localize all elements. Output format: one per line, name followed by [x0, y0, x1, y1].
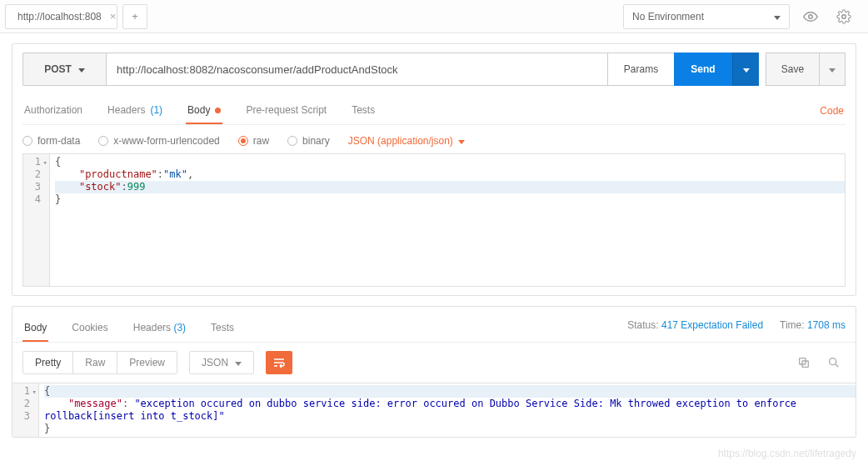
chevron-down-icon [235, 357, 242, 368]
gear-icon[interactable] [831, 4, 856, 29]
request-subtabs: Authorization Headers (1) Body Pre-reque… [22, 98, 846, 125]
close-icon[interactable]: × [110, 10, 117, 23]
method-dropdown[interactable]: POST [22, 53, 106, 86]
radio-raw[interactable]: raw [238, 135, 269, 147]
headers-count: (3) [173, 322, 186, 333]
response-toolbar: Pretty Raw Preview JSON [12, 343, 856, 383]
response-tabs: Body Cookies Headers (3) Tests Status: 4… [12, 307, 856, 343]
chevron-down-icon [774, 11, 781, 23]
svg-point-0 [809, 14, 813, 18]
eye-icon[interactable] [798, 4, 823, 29]
resp-tab-tests[interactable]: Tests [209, 315, 236, 342]
response-status: Status: 417 Expectation Failed Time: 170… [627, 319, 846, 338]
code-lines: { "productname":"mk", "stock":999 } [50, 154, 845, 286]
time-value: 1708 ms [807, 319, 846, 331]
radio-binary[interactable]: binary [287, 135, 330, 147]
format-dropdown[interactable]: JSON [189, 351, 254, 374]
headers-count: (1) [150, 104, 162, 116]
resp-tab-body[interactable]: Body [22, 315, 48, 342]
watermark: https://blog.csdn.net/lifetragedy [718, 448, 856, 459]
send-dropdown[interactable] [732, 53, 759, 86]
request-tab[interactable]: http://localhost:808 × [5, 4, 117, 29]
request-body-editor[interactable]: 1 2 3 4 { "productname":"mk", "stock":99… [22, 153, 846, 287]
body-type-row: form-data x-www-form-urlencoded raw bina… [22, 135, 846, 147]
response-panel: Body Cookies Headers (3) Tests Status: 4… [12, 306, 856, 438]
radio-icon [22, 136, 32, 146]
radio-icon [287, 136, 297, 146]
copy-icon[interactable] [792, 351, 816, 374]
add-tab-button[interactable]: + [122, 4, 147, 29]
line-gutter: 1 2 3 [12, 383, 39, 437]
tab-body[interactable]: Body [186, 98, 222, 124]
chevron-down-icon [829, 63, 836, 75]
request-tab-title: http://localhost:808 [17, 11, 102, 23]
send-button[interactable]: Send [674, 53, 732, 86]
tab-tests[interactable]: Tests [350, 98, 377, 124]
view-raw[interactable]: Raw [73, 352, 117, 373]
status-value: 417 Expectation Failed [661, 319, 763, 331]
content-type-dropdown[interactable]: JSON (application/json) [348, 135, 465, 147]
top-bar: http://localhost:808 × + No Environment [0, 0, 868, 33]
url-input[interactable] [106, 53, 607, 86]
wrap-lines-button[interactable] [266, 351, 292, 374]
chevron-down-icon [78, 63, 85, 75]
params-button[interactable]: Params [607, 53, 674, 86]
request-panel: POST Params Send Save Authorization [12, 43, 856, 296]
tab-headers[interactable]: Headers (1) [106, 98, 164, 124]
save-dropdown[interactable] [819, 53, 846, 86]
resp-tab-cookies[interactable]: Cookies [70, 315, 109, 342]
view-mode-segment: Pretty Raw Preview [22, 351, 177, 374]
environment-dropdown[interactable]: No Environment [623, 4, 790, 29]
view-pretty[interactable]: Pretty [23, 352, 73, 373]
request-row: POST Params Send Save [22, 53, 846, 86]
method-label: POST [44, 63, 72, 75]
tabs-strip: http://localhost:808 × + [0, 0, 147, 33]
code-link[interactable]: Code [818, 98, 846, 123]
radio-urlencoded[interactable]: x-www-form-urlencoded [98, 135, 219, 147]
tab-prerequest[interactable]: Pre-request Script [244, 98, 328, 124]
svg-point-1 [842, 14, 846, 18]
search-icon[interactable] [822, 351, 846, 374]
tab-authorization[interactable]: Authorization [22, 98, 84, 124]
view-preview[interactable]: Preview [117, 352, 177, 373]
chevron-down-icon [743, 63, 750, 75]
environment-label: No Environment [632, 11, 704, 23]
radio-icon [98, 136, 108, 146]
radio-form-data[interactable]: form-data [22, 135, 80, 147]
line-gutter: 1 2 3 4 [23, 154, 50, 286]
save-button[interactable]: Save [766, 53, 819, 86]
response-body-viewer[interactable]: 1 2 3 { "message": "exception occured on… [12, 383, 856, 437]
modified-dot-icon [215, 108, 221, 113]
chevron-down-icon [458, 135, 465, 147]
code-lines: { "message": "exception occured on dubbo… [39, 383, 856, 437]
resp-tab-headers[interactable]: Headers (3) [132, 315, 187, 342]
radio-icon [238, 136, 248, 146]
svg-point-4 [830, 358, 836, 365]
